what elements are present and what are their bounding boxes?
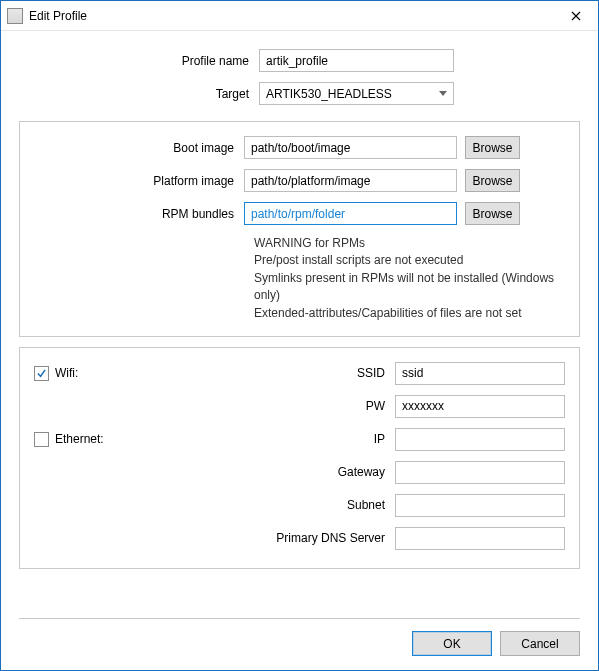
wifi-checkbox[interactable]	[34, 366, 49, 381]
rpm-bundles-input[interactable]	[244, 202, 457, 225]
subnet-row: Subnet	[34, 494, 565, 517]
ip-label: IP	[244, 432, 395, 446]
wifi-pw-row: PW	[34, 395, 565, 418]
check-icon	[36, 368, 47, 379]
images-group: Boot image Browse Platform image Browse …	[19, 121, 580, 337]
gateway-row: Gateway	[34, 461, 565, 484]
rpm-browse-button[interactable]: Browse	[465, 202, 520, 225]
ip-input[interactable]	[395, 428, 565, 451]
rpm-warning-line2: Symlinks present in RPMs will not be ins…	[254, 270, 565, 305]
titlebar: Edit Profile	[1, 1, 598, 31]
platform-browse-button[interactable]: Browse	[465, 169, 520, 192]
rpm-warning-heading: WARNING for RPMs	[254, 235, 565, 252]
network-group: Wifi: SSID PW Ethernet: IP	[19, 347, 580, 569]
boot-browse-button[interactable]: Browse	[465, 136, 520, 159]
subnet-label: Subnet	[244, 498, 395, 512]
ethernet-label: Ethernet:	[55, 432, 104, 446]
target-value: ARTIK530_HEADLESS	[266, 87, 439, 101]
boot-image-row: Boot image Browse	[34, 136, 565, 159]
profile-name-label: Profile name	[19, 54, 259, 68]
rpm-bundles-label: RPM bundles	[34, 207, 244, 221]
target-row: Target ARTIK530_HEADLESS	[19, 82, 580, 105]
ssid-label: SSID	[244, 366, 395, 380]
gateway-label: Gateway	[244, 465, 395, 479]
platform-image-label: Platform image	[34, 174, 244, 188]
platform-image-row: Platform image Browse	[34, 169, 565, 192]
wifi-label: Wifi:	[55, 366, 78, 380]
gateway-input[interactable]	[395, 461, 565, 484]
target-label: Target	[19, 87, 259, 101]
app-icon	[7, 8, 23, 24]
profile-name-input[interactable]	[259, 49, 454, 72]
dns-label: Primary DNS Server	[244, 531, 395, 545]
target-select[interactable]: ARTIK530_HEADLESS	[259, 82, 454, 105]
close-button[interactable]	[553, 1, 598, 30]
dialog-footer: OK Cancel	[19, 618, 580, 670]
wifi-ssid-row: Wifi: SSID	[34, 362, 565, 385]
rpm-bundles-row: RPM bundles Browse	[34, 202, 565, 225]
platform-image-input[interactable]	[244, 169, 457, 192]
pw-input[interactable]	[395, 395, 565, 418]
profile-name-row: Profile name	[19, 49, 580, 72]
chevron-down-icon	[439, 91, 447, 96]
pw-label: PW	[244, 399, 395, 413]
ok-button[interactable]: OK	[412, 631, 492, 656]
rpm-warning-line1: Pre/post install scripts are not execute…	[254, 252, 565, 269]
ssid-input[interactable]	[395, 362, 565, 385]
dns-input[interactable]	[395, 527, 565, 550]
boot-image-label: Boot image	[34, 141, 244, 155]
dns-row: Primary DNS Server	[34, 527, 565, 550]
ethernet-checkbox[interactable]	[34, 432, 49, 447]
edit-profile-dialog: Edit Profile Profile name Target ARTIK53…	[0, 0, 599, 671]
cancel-button[interactable]: Cancel	[500, 631, 580, 656]
ethernet-ip-row: Ethernet: IP	[34, 428, 565, 451]
rpm-warning: WARNING for RPMs Pre/post install script…	[254, 235, 565, 322]
content-area: Profile name Target ARTIK530_HEADLESS Bo…	[1, 31, 598, 608]
window-title: Edit Profile	[29, 9, 553, 23]
subnet-input[interactable]	[395, 494, 565, 517]
boot-image-input[interactable]	[244, 136, 457, 159]
rpm-warning-line3: Extended-attributes/Capabilities of file…	[254, 305, 565, 322]
close-icon	[571, 11, 581, 21]
